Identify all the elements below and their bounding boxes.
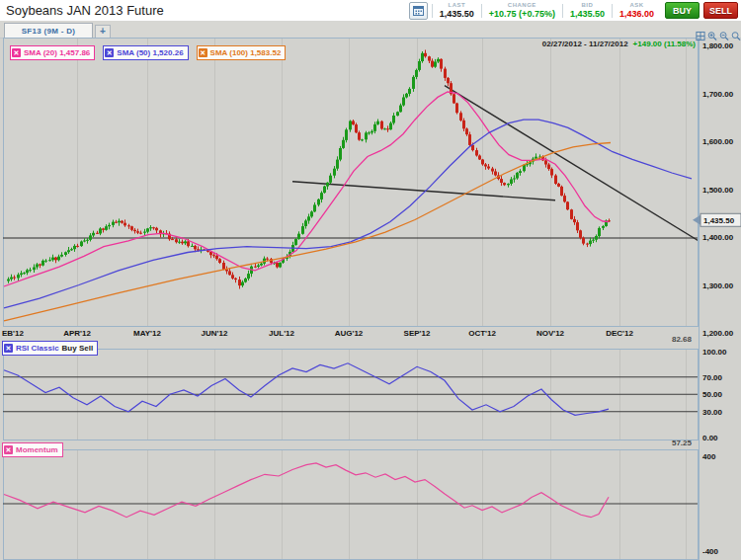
close-icon[interactable]: ✕ xyxy=(12,48,21,57)
rsi-tick-label: 100.00 xyxy=(702,348,727,357)
momentum-tick-label: 400 xyxy=(702,452,716,461)
candle-body xyxy=(124,223,126,226)
price-tick-label: 1,200.00 xyxy=(702,329,734,338)
candle-body xyxy=(301,226,304,234)
chart-area[interactable]: 1,800.001,700.001,600.001,500.001,400.00… xyxy=(0,38,741,560)
sma50-legend: ✕ SMA (50) 1,520.26 xyxy=(103,45,188,60)
candle-body xyxy=(345,129,348,140)
candle-body xyxy=(557,184,560,187)
month-label: OCT'12 xyxy=(468,329,496,338)
zoom-out-icon[interactable] xyxy=(719,31,729,41)
candle-body xyxy=(187,241,190,246)
last-price-marker: 1,435.50 xyxy=(693,213,741,226)
candle-body xyxy=(310,211,313,216)
candle-body xyxy=(415,70,418,77)
month-label: DEC'12 xyxy=(606,329,633,338)
price-tick-label: 1,500.00 xyxy=(702,186,734,195)
buy-button[interactable]: BUY xyxy=(665,2,700,19)
change-label: CHANGE xyxy=(508,2,536,9)
candle-body xyxy=(481,160,484,165)
candle-body xyxy=(358,132,361,139)
candle-body xyxy=(73,246,76,249)
candle-body xyxy=(121,221,124,223)
fit-chart-icon[interactable] xyxy=(696,31,705,41)
trading-app-window: Soybeans JAN 2013 Future LAST 1,435.50 C… xyxy=(0,0,741,560)
candle-body xyxy=(266,259,269,260)
candle-body xyxy=(194,246,197,249)
rsi-panel-content: 100.0070.0050.0030.000.00 xyxy=(3,348,727,443)
candle-body xyxy=(507,184,510,185)
zoom-in-icon[interactable] xyxy=(707,31,717,41)
time-axis[interactable]: EB'12APR'12MAY'12JUN'12JUL'12AUG'12SEP'1… xyxy=(2,329,633,338)
quote-bar: LAST 1,435.50 CHANGE +10.75 (+0.75%) BID… xyxy=(409,1,738,20)
candle-body xyxy=(215,256,218,259)
candle-body xyxy=(365,132,368,139)
trendline[interactable] xyxy=(292,182,555,200)
mom-panel[interactable] xyxy=(4,450,699,560)
candle-body xyxy=(444,69,447,78)
main-panel[interactable] xyxy=(4,39,699,327)
candle-body xyxy=(447,78,450,83)
candle-body xyxy=(244,279,247,282)
candle-body xyxy=(326,183,329,187)
month-label: JUN'12 xyxy=(202,329,228,338)
candle-body xyxy=(67,250,70,252)
add-tab-button[interactable]: + xyxy=(95,25,111,39)
candle-body xyxy=(60,255,63,257)
month-label: JUL'12 xyxy=(269,329,294,338)
candle-body xyxy=(178,242,181,243)
month-gridlines xyxy=(78,38,687,559)
candle-body xyxy=(424,53,427,56)
candle-body xyxy=(380,121,383,129)
close-icon[interactable]: ✕ xyxy=(4,344,13,353)
zoom-area-icon[interactable] xyxy=(731,31,741,41)
contract-selector-button[interactable] xyxy=(409,2,428,20)
bid-field: BID 1,435.50 xyxy=(563,2,612,19)
candle-body xyxy=(361,139,364,140)
candle-body xyxy=(519,171,522,173)
candle-body xyxy=(48,260,51,261)
candle-body xyxy=(86,240,89,241)
candle-body xyxy=(513,179,516,180)
price-tick-label: 1,600.00 xyxy=(702,137,734,146)
candle-body xyxy=(428,56,431,60)
candle-body xyxy=(598,228,601,236)
candle-body xyxy=(399,106,402,113)
candle-body xyxy=(127,225,130,226)
candle-body xyxy=(349,121,352,130)
close-icon[interactable]: ✕ xyxy=(105,48,114,57)
sell-button[interactable]: SELL xyxy=(703,2,738,19)
candle-body xyxy=(39,265,41,266)
momentum-label: Momentum xyxy=(16,445,58,454)
candle-body xyxy=(453,94,455,103)
candle-body xyxy=(418,61,421,70)
candle-body xyxy=(96,233,99,234)
price-axis[interactable]: 1,800.001,700.001,600.001,500.001,400.00… xyxy=(702,41,734,338)
candle-body xyxy=(102,228,105,229)
candle-body xyxy=(257,266,260,267)
candle-body xyxy=(294,239,297,245)
sma20-legend: ✕ SMA (20) 1,457.86 xyxy=(10,45,95,60)
candle-body xyxy=(92,233,95,236)
candle-body xyxy=(370,131,373,133)
candle-body xyxy=(535,157,537,159)
candle-body xyxy=(510,180,513,185)
candle-body xyxy=(130,226,133,230)
candle-body xyxy=(376,121,379,124)
change-field: CHANGE +10.75 (+0.75%) xyxy=(482,2,562,19)
close-icon[interactable]: ✕ xyxy=(4,445,13,454)
candle-body xyxy=(36,265,39,268)
sma100-line[interactable] xyxy=(4,143,611,321)
sma50-line[interactable] xyxy=(4,120,692,308)
candle-body xyxy=(434,62,437,67)
rsi-line xyxy=(4,363,609,416)
candle-body xyxy=(260,264,263,266)
candle-body xyxy=(576,222,579,230)
candle-body xyxy=(23,273,26,274)
close-icon[interactable]: ✕ xyxy=(199,48,207,57)
candle-body xyxy=(373,124,376,131)
candle-body xyxy=(554,176,557,184)
tab-bar: SF13 (9M - D) + xyxy=(0,21,741,39)
candle-body xyxy=(228,272,231,276)
tab-sf13[interactable]: SF13 (9M - D) xyxy=(4,23,93,39)
